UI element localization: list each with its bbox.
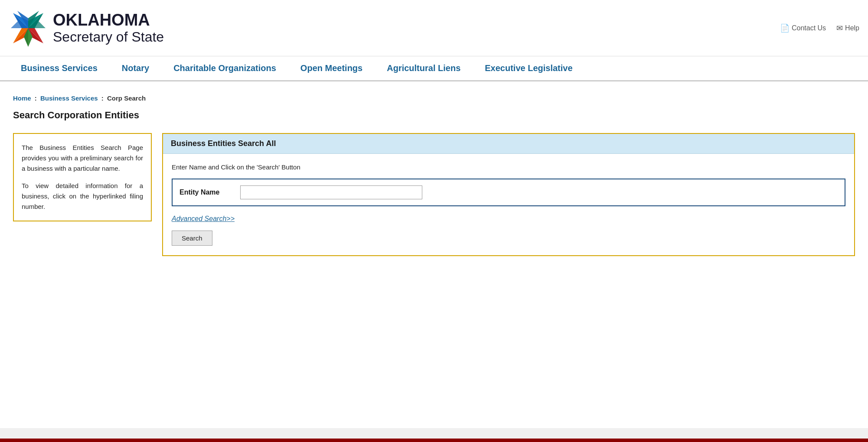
contact-us-link[interactable]: 📄 Contact Us [780,23,826,33]
advanced-search-link[interactable]: Advanced Search>> [172,215,845,223]
header-links: 📄 Contact Us ✉ Help [780,23,859,33]
info-para-1: The Business Entities Search Page provid… [22,143,143,174]
search-instruction: Enter Name and Click on the 'Search' But… [172,163,845,171]
nav-agricultural-liens[interactable]: Agricultural Liens [375,56,473,80]
oklahoma-star-logo [9,9,48,48]
search-box: Business Entities Search All Enter Name … [162,133,855,256]
breadcrumb-current: Corp Search [107,94,146,102]
contact-icon: 📄 [780,23,790,33]
red-bottom-bar [0,439,868,442]
nav-executive-legislative[interactable]: Executive Legislative [473,56,584,80]
entity-name-label: Entity Name [179,188,232,196]
content-area: The Business Entities Search Page provid… [13,133,855,256]
breadcrumb: Home : Business Services : Corp Search [13,94,855,102]
help-link[interactable]: ✉ Help [836,23,859,33]
nav-charitable-organizations[interactable]: Charitable Organizations [161,56,288,80]
contact-us-label: Contact Us [792,24,826,32]
navbar: Business Services Notary Charitable Orga… [0,56,868,81]
nav-notary[interactable]: Notary [110,56,161,80]
breadcrumb-sep2: : [100,94,105,102]
search-box-body: Enter Name and Click on the 'Search' But… [163,154,854,255]
main-content: Home : Business Services : Corp Search S… [0,81,868,428]
entity-row: Entity Name [173,179,845,205]
help-label: Help [845,24,859,32]
breadcrumb-business-services[interactable]: Business Services [40,94,98,102]
nav-business-services[interactable]: Business Services [9,56,110,80]
help-icon: ✉ [836,23,843,33]
logo-area: OKLAHOMA Secretary of State [9,9,164,48]
header: OKLAHOMA Secretary of State 📄 Contact Us… [0,0,868,56]
page-title: Search Corporation Entities [13,110,855,121]
entity-table: Entity Name [172,179,845,206]
logo-subtitle: Secretary of State [53,29,164,45]
logo-title: OKLAHOMA [53,11,164,29]
info-para-2: To view detailed information for a busin… [22,181,143,212]
search-box-header: Business Entities Search All [163,134,854,154]
breadcrumb-home[interactable]: Home [13,94,31,102]
nav-open-meetings[interactable]: Open Meetings [288,56,375,80]
info-box: The Business Entities Search Page provid… [13,133,152,221]
search-button[interactable]: Search [172,231,212,246]
entity-name-input[interactable] [240,185,422,199]
breadcrumb-sep1: : [33,94,39,102]
logo-text: OKLAHOMA Secretary of State [53,11,164,45]
